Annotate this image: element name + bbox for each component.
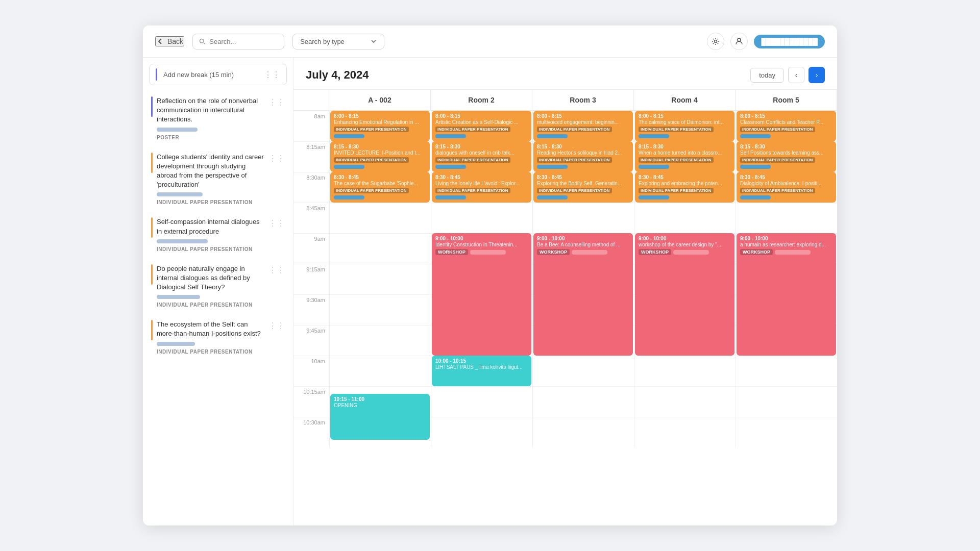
calendar-event[interactable]: 8:00 - 8:15 Classroom Conflicts and Teac… — [737, 111, 836, 141]
type-search-select[interactable]: Search by type — [292, 34, 384, 49]
app-window: Back Search by type — [143, 26, 837, 525]
add-break-button[interactable]: Add new break (15 min) ⋮⋮ — [149, 64, 287, 85]
calendar-event[interactable]: 8:15 - 8:30 Self Positions towards learn… — [737, 141, 836, 172]
room-cell — [634, 417, 736, 447]
drag-handle-icon[interactable]: ⋮⋮ — [268, 321, 285, 331]
time-label: 9:30am — [293, 294, 329, 325]
sidebar-item-title: College students' identity and career de… — [157, 153, 264, 190]
sidebar-item-1[interactable]: Reflection on the role of nonverbal comm… — [145, 91, 291, 145]
sidebar-item-author — [157, 342, 195, 346]
header-right: ████████████ — [707, 33, 825, 50]
time-label: 10:15am — [293, 386, 329, 417]
search-input[interactable] — [209, 38, 278, 45]
calendar-event[interactable]: 8:00 - 8:15 Enhancing Emotional Regulati… — [330, 111, 430, 141]
time-label: 9:45am — [293, 325, 329, 356]
room-cell — [329, 325, 431, 356]
calendar-event[interactable]: 10:00 - 10:15 LIHTSALT PAUS _ lima kohvi… — [432, 356, 531, 386]
room-cell — [329, 264, 431, 294]
drag-handle-icon[interactable]: ⋮⋮ — [268, 265, 285, 275]
room-header-1: A - 002 — [329, 90, 431, 110]
prev-button[interactable]: ‹ — [788, 67, 804, 83]
sidebar-item-content: Reflection on the role of nonverbal comm… — [157, 96, 264, 140]
back-button[interactable]: Back — [155, 36, 184, 46]
drag-handle-icon[interactable]: ⋮⋮ — [268, 154, 285, 163]
svg-point-0 — [200, 39, 204, 43]
sidebar-item-author — [157, 192, 203, 196]
room-cell — [532, 386, 634, 417]
time-label: 10:30am — [293, 417, 329, 447]
sidebar-item-bar — [151, 96, 153, 117]
calendar-event[interactable]: 8:15 - 8:30 When a home turned into a cl… — [635, 141, 734, 172]
time-label: 9am — [293, 233, 329, 264]
user-button[interactable] — [730, 33, 748, 50]
calendar-nav: today ‹ › — [750, 67, 825, 83]
drag-handle-icon[interactable]: ⋮⋮ — [268, 218, 285, 228]
room-cell — [634, 203, 736, 233]
header: Back Search by type — [143, 26, 837, 58]
sidebar-item-type: INDIVIDUAL PAPER PRESENTATION — [157, 246, 264, 252]
calendar-event[interactable]: 8:15 - 8:30 dialogues with oneself in cr… — [432, 141, 531, 172]
grid-header: A - 002 Room 2 Room 3 Room 4 Room 5 — [293, 90, 837, 111]
room-cell — [532, 203, 634, 233]
sidebar-item-4[interactable]: Do people naturally engage in internal d… — [145, 259, 291, 313]
gear-icon — [712, 37, 720, 45]
sidebar: Add new break (15 min) ⋮⋮ Reflection on … — [143, 58, 293, 525]
calendar-event[interactable]: 9:00 - 10:00 Be a Bee: A counselling met… — [533, 233, 633, 356]
sidebar-item-5[interactable]: The ecosystem of the Self: can more-than… — [145, 315, 291, 359]
calendar-grid-body: 8am8:15am8:30am8:45am9am9:15am9:30am9:45… — [293, 111, 837, 447]
search-icon — [199, 38, 205, 45]
room-cell — [634, 356, 736, 386]
room-cell — [736, 417, 837, 447]
sidebar-item-content: College students' identity and career de… — [157, 153, 264, 206]
add-break-label: Add new break (15 min) — [163, 71, 234, 79]
today-button[interactable]: today — [750, 68, 784, 83]
calendar-event[interactable]: 9:00 - 10:00 Identity Construction in Th… — [432, 233, 531, 356]
room-cell — [634, 386, 736, 417]
room-header-3: Room 3 — [532, 90, 634, 110]
calendar-event[interactable]: 8:30 - 8:45 The case of the Sugarbabe 'S… — [330, 172, 430, 203]
sidebar-item-2[interactable]: College students' identity and career de… — [145, 147, 291, 211]
sidebar-item-title: The ecosystem of the Self: can more-than… — [157, 320, 264, 338]
search-input-wrap[interactable] — [192, 34, 284, 49]
calendar-event[interactable]: 8:30 - 8:45 Exploring and embracing the … — [635, 172, 734, 203]
calendar-event[interactable]: 8:00 - 8:15 Artistic Creation as a Self-… — [432, 111, 531, 141]
sidebar-item-content: The ecosystem of the Self: can more-than… — [157, 320, 264, 354]
calendar-event[interactable]: 9:00 - 10:00 a humain as researcher: exp… — [737, 233, 836, 356]
sidebar-item-title: Do people naturally engage in internal d… — [157, 264, 264, 292]
svg-point-1 — [715, 40, 717, 43]
room-header-2: Room 2 — [431, 90, 532, 110]
sidebar-item-content: Self-compassion internal dialogues in ex… — [157, 217, 264, 252]
time-label: 9:15am — [293, 264, 329, 294]
room-cell — [736, 356, 837, 386]
drag-handle-icon[interactable]: ⋮⋮ — [268, 97, 285, 107]
calendar-event[interactable]: 8:00 - 8:15 multivoiced engagement: begi… — [533, 111, 633, 141]
sidebar-item-author — [157, 239, 208, 243]
calendar-event[interactable]: 9:00 - 10:00 workshop of the career desi… — [635, 233, 734, 356]
room-cell — [532, 356, 634, 386]
time-grid-container[interactable]: A - 002 Room 2 Room 3 Room 4 Room 5 8am8… — [293, 90, 837, 525]
sidebar-item-bar — [151, 264, 153, 285]
room-cell — [532, 417, 634, 447]
calendar-event[interactable]: 8:30 - 8:45 Exploring the Bodily Self. G… — [533, 172, 633, 203]
chevron-down-icon — [371, 38, 377, 44]
sidebar-item-bar — [151, 153, 153, 173]
room-cell — [431, 417, 532, 447]
next-button[interactable]: › — [808, 67, 825, 83]
calendar-event[interactable]: 8:15 - 8:30 INVITED LECTURE: I-Position … — [330, 141, 430, 172]
user-badge[interactable]: ████████████ — [754, 35, 825, 48]
settings-button[interactable] — [707, 33, 724, 50]
calendar-event[interactable]: 8:30 - 8:45 Dialogicity of Ambivalence: … — [737, 172, 836, 203]
time-label: 8:45am — [293, 203, 329, 233]
sidebar-item-author — [157, 295, 200, 299]
calendar-event[interactable]: 10:15 - 11:00 OPENING — [330, 394, 430, 440]
sidebar-item-3[interactable]: Self-compassion internal dialogues in ex… — [145, 212, 291, 257]
calendar-header: July 4, 2024 today ‹ › — [293, 58, 837, 90]
sidebar-item-type: INDIVIDUAL PAPER PRESENTATION — [157, 199, 264, 205]
room-cell — [329, 356, 431, 386]
calendar-event[interactable]: 8:00 - 8:15 The calming voice of Daimoni… — [635, 111, 734, 141]
calendar-event[interactable]: 8:30 - 8:45 Living the lonely life I 'av… — [432, 172, 531, 203]
calendar-title: July 4, 2024 — [306, 68, 369, 82]
room-header-5: Room 5 — [736, 90, 837, 110]
room-cell — [431, 386, 532, 417]
calendar-event[interactable]: 8:15 - 8:30 Reading Hector's soliloquy i… — [533, 141, 633, 172]
